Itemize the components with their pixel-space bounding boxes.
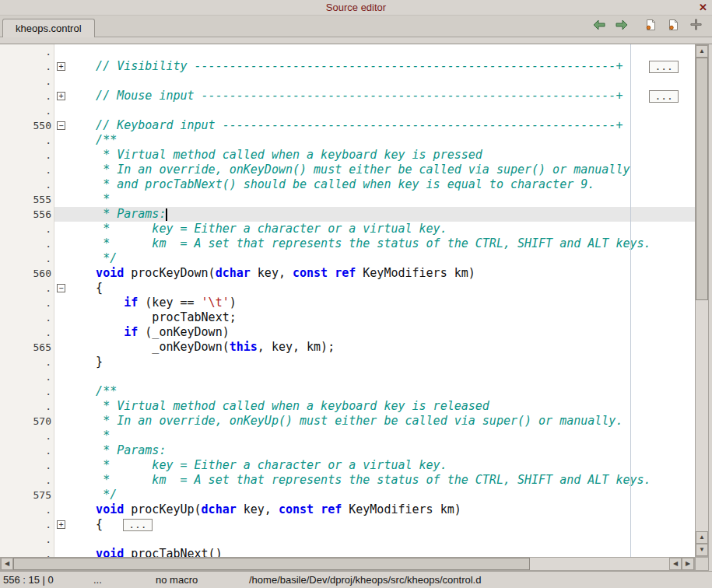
scroll-left-icon[interactable]: ◀ bbox=[669, 558, 682, 570]
code-token: { bbox=[68, 281, 103, 295]
fold-expand-marker-icon[interactable]: + bbox=[57, 62, 65, 71]
code-text bbox=[68, 369, 695, 384]
code-line[interactable]: . bbox=[0, 532, 695, 547]
code-line[interactable]: . * km = A set that represents the statu… bbox=[0, 236, 695, 251]
scroll-up-icon[interactable]: ▲ bbox=[696, 531, 708, 544]
source-editor-window: Source editor ✕ kheops.control bbox=[0, 0, 712, 588]
code-text: void procTabNext() bbox=[68, 547, 695, 557]
code-line[interactable]: . * key = Either a character or a virtua… bbox=[0, 458, 695, 473]
scroll-down-icon[interactable]: ▼ bbox=[696, 544, 708, 556]
fold-column bbox=[54, 502, 68, 517]
scroll-left-icon[interactable]: ◀ bbox=[1, 558, 13, 570]
code-token: * Virtual method called when a keyboard … bbox=[68, 148, 482, 162]
code-text: {... bbox=[68, 517, 695, 532]
code-token: /** bbox=[68, 384, 117, 398]
code-line[interactable]: 560 void procKeyDown(dchar key, const re… bbox=[0, 266, 695, 281]
code-token: KeyModifiers km) bbox=[356, 266, 475, 280]
line-number: 565 bbox=[0, 340, 54, 355]
fold-column bbox=[54, 355, 68, 369]
fold-column bbox=[54, 429, 68, 443]
code-line[interactable]: . if (_onKeyDown) bbox=[0, 325, 695, 340]
code-line[interactable]: . * Params: bbox=[0, 443, 695, 458]
code-line[interactable]: . bbox=[0, 44, 695, 59]
statusbar-ellipsis: ... bbox=[93, 572, 102, 588]
fold-collapse-marker-icon[interactable]: − bbox=[57, 284, 65, 292]
code-line[interactable]: 565 _onKeyDown(this, key, km); bbox=[0, 340, 695, 355]
fold-collapse-marker-icon[interactable]: − bbox=[57, 121, 65, 130]
code-line[interactable]: 570 * In an override, onKeyUp() must eit… bbox=[0, 414, 695, 429]
code-line[interactable]: 556 * Params: bbox=[0, 207, 695, 222]
fold-column bbox=[54, 266, 68, 281]
code-line[interactable]: . * bbox=[0, 429, 695, 443]
code-line[interactable]: . * key = Either a character or a virtua… bbox=[0, 222, 695, 236]
code-line[interactable]: 575 */ bbox=[0, 488, 695, 502]
vertical-scrollbar-thumb[interactable] bbox=[696, 58, 708, 300]
folded-code-ellipsis[interactable]: ... bbox=[649, 90, 678, 103]
folded-code-ellipsis[interactable]: ... bbox=[649, 61, 678, 73]
horizontal-scrollbar-thumb[interactable] bbox=[13, 558, 530, 570]
line-number: 575 bbox=[0, 488, 54, 502]
fold-expand-marker-icon[interactable]: + bbox=[57, 520, 65, 529]
save-file-button[interactable] bbox=[642, 18, 659, 35]
code-line[interactable]: . void procTabNext() bbox=[0, 547, 695, 557]
code-token: const bbox=[279, 502, 314, 516]
code-token: * bbox=[68, 192, 110, 206]
code-text bbox=[68, 103, 695, 118]
code-line[interactable]: . bbox=[0, 74, 695, 89]
code-line[interactable]: . * km = A set that represents the statu… bbox=[0, 473, 695, 488]
fold-column: + bbox=[54, 517, 68, 532]
code-token: * bbox=[68, 429, 110, 443]
code-token: */ bbox=[68, 488, 117, 502]
code-line[interactable]: .+ {... bbox=[0, 517, 695, 532]
code-line[interactable]: . void procKeyUp(dchar key, const ref Ke… bbox=[0, 502, 695, 517]
nav-forward-button[interactable] bbox=[613, 18, 630, 35]
folded-code-ellipsis[interactable]: ... bbox=[123, 519, 152, 531]
code-line[interactable]: . bbox=[0, 369, 695, 384]
code-token: * Virtual method called when a keyboard … bbox=[68, 399, 489, 413]
vertical-scrollbar[interactable]: ▲ ▲ ▼ bbox=[695, 44, 709, 557]
scroll-right-icon[interactable]: ▶ bbox=[682, 558, 694, 570]
code-token: (key == bbox=[138, 296, 201, 310]
line-number: . bbox=[0, 296, 54, 310]
code-token: * key = Either a character or a virtual … bbox=[68, 458, 447, 472]
code-editor[interactable]: ..+ // Visibility ----------------------… bbox=[0, 44, 695, 557]
code-line[interactable]: . */ bbox=[0, 251, 695, 266]
fold-expand-marker-icon[interactable]: + bbox=[57, 92, 65, 100]
code-line[interactable]: . * Virtual method called when a keyboar… bbox=[0, 399, 695, 414]
code-line[interactable]: . * In an override, onKeyDown() must eit… bbox=[0, 163, 695, 177]
text-caret bbox=[166, 208, 167, 221]
close-icon[interactable]: ✕ bbox=[699, 0, 707, 15]
fold-column bbox=[54, 103, 68, 118]
code-line[interactable]: . bbox=[0, 103, 695, 118]
code-line[interactable]: . /** bbox=[0, 133, 695, 148]
line-number: 570 bbox=[0, 414, 54, 429]
code-line[interactable]: .+ // Visibility -----------------------… bbox=[0, 59, 695, 74]
code-line[interactable]: 550− // Keyboard input -----------------… bbox=[0, 118, 695, 133]
code-line[interactable]: . if (key == '\t') bbox=[0, 296, 695, 310]
save-as-button[interactable] bbox=[665, 18, 682, 35]
code-line[interactable]: . } bbox=[0, 355, 695, 369]
code-line[interactable]: . * Virtual method called when a keyboar… bbox=[0, 148, 695, 163]
scroll-up-icon[interactable]: ▲ bbox=[696, 45, 708, 58]
code-text: */ bbox=[68, 251, 695, 266]
code-line[interactable]: . * and procTabNext() should be called w… bbox=[0, 177, 695, 192]
arrow-left-icon bbox=[592, 19, 606, 34]
statusbar: 556 : 15 | 0 ... no macro /home/basile/D… bbox=[0, 571, 712, 588]
code-token: // Keyboard input ----------------------… bbox=[68, 118, 623, 132]
horizontal-scrollbar[interactable]: ◀ ◀ ▶ bbox=[0, 557, 695, 571]
fold-column bbox=[54, 310, 68, 325]
code-line[interactable]: . /** bbox=[0, 384, 695, 399]
code-line[interactable]: . procTabNext; bbox=[0, 310, 695, 325]
fold-column bbox=[54, 251, 68, 266]
code-token: * km = A set that represents the status … bbox=[68, 236, 651, 250]
detach-button[interactable] bbox=[687, 18, 704, 35]
tab-kheops-control[interactable]: kheops.control bbox=[2, 19, 95, 37]
code-line[interactable]: 555 * bbox=[0, 192, 695, 207]
code-line[interactable]: .+ // Mouse input ----------------------… bbox=[0, 89, 695, 103]
fold-column bbox=[54, 399, 68, 414]
nav-back-button[interactable] bbox=[591, 18, 608, 35]
code-text: * bbox=[68, 192, 695, 207]
fold-column bbox=[54, 148, 68, 163]
code-token: (_onKeyDown) bbox=[138, 325, 229, 339]
code-line[interactable]: .− { bbox=[0, 281, 695, 296]
